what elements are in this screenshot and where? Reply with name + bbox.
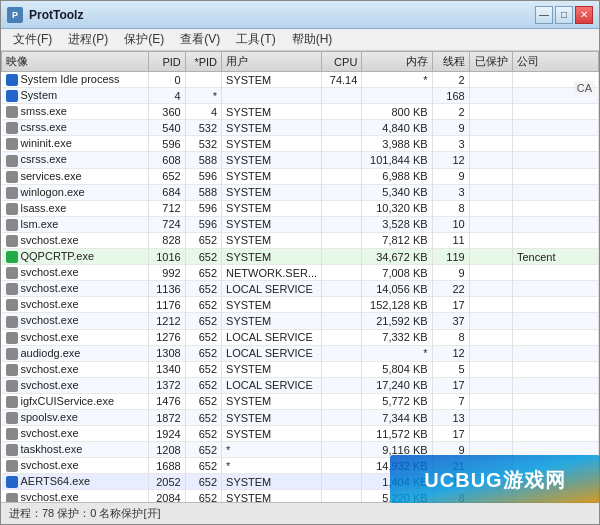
process-memory: 17,240 KB bbox=[362, 377, 432, 393]
process-protected bbox=[469, 136, 512, 152]
process-icon-box bbox=[6, 348, 18, 360]
process-name: System Idle process bbox=[2, 72, 149, 88]
process-company bbox=[513, 297, 599, 313]
table-row[interactable]: lsass.exe712596SYSTEM10,320 KB8 bbox=[2, 200, 599, 216]
process-threads: 9 bbox=[432, 442, 469, 458]
table-row[interactable]: svchost.exe1136652LOCAL SERVICE14,056 KB… bbox=[2, 281, 599, 297]
col-header-name[interactable]: 映像 bbox=[2, 52, 149, 72]
table-row[interactable]: QQPCRTP.exe1016652SYSTEM34,672 KB119Tenc… bbox=[2, 249, 599, 265]
process-company bbox=[513, 490, 599, 502]
table-row[interactable]: svchost.exe992652NETWORK.SER...7,008 KB9 bbox=[2, 265, 599, 281]
process-ppid: 596 bbox=[185, 216, 221, 232]
table-row[interactable]: svchost.exe1924652SYSTEM11,572 KB17 bbox=[2, 426, 599, 442]
process-threads: 12 bbox=[432, 345, 469, 361]
process-pid: 1372 bbox=[149, 377, 185, 393]
process-memory: 5,804 KB bbox=[362, 361, 432, 377]
process-icon-box bbox=[6, 122, 18, 134]
table-row[interactable]: svchost.exe1372652LOCAL SERVICE17,240 KB… bbox=[2, 377, 599, 393]
process-pid: 712 bbox=[149, 200, 185, 216]
process-cpu bbox=[322, 184, 362, 200]
col-header-user[interactable]: 用户 bbox=[222, 52, 322, 72]
process-name: svchost.exe bbox=[2, 329, 149, 345]
col-header-ppid[interactable]: *PID bbox=[185, 52, 221, 72]
process-threads: 10 bbox=[432, 216, 469, 232]
table-row[interactable]: svchost.exe1212652SYSTEM21,592 KB37 bbox=[2, 313, 599, 329]
process-pid: 360 bbox=[149, 104, 185, 120]
process-ppid bbox=[185, 72, 221, 88]
process-protected bbox=[469, 265, 512, 281]
table-row[interactable]: AERTS64.exe2052652SYSTEM1,404 KB16 bbox=[2, 474, 599, 490]
process-company bbox=[513, 120, 599, 136]
table-row[interactable]: svchost.exe828652SYSTEM7,812 KB11 bbox=[2, 232, 599, 248]
menu-file[interactable]: 文件(F) bbox=[5, 29, 60, 50]
menu-view[interactable]: 查看(V) bbox=[172, 29, 228, 50]
close-button[interactable]: ✕ bbox=[575, 6, 593, 24]
process-memory: 7,008 KB bbox=[362, 265, 432, 281]
table-row[interactable]: wininit.exe596532SYSTEM3,988 KB3 bbox=[2, 136, 599, 152]
minimize-button[interactable]: — bbox=[535, 6, 553, 24]
table-row[interactable]: svchost.exe2084652SYSTEM5,220 KB8 bbox=[2, 490, 599, 502]
process-user: LOCAL SERVICE bbox=[222, 345, 322, 361]
table-row[interactable]: csrss.exe608588SYSTEM101,844 KB12 bbox=[2, 152, 599, 168]
table-row[interactable]: System4*168 bbox=[2, 88, 599, 104]
process-cpu: 74.14 bbox=[322, 72, 362, 88]
table-row[interactable]: svchost.exe1688652*14,932 KB21 bbox=[2, 458, 599, 474]
col-header-pid[interactable]: PID bbox=[149, 52, 185, 72]
process-pid: 1176 bbox=[149, 297, 185, 313]
process-ppid: 652 bbox=[185, 313, 221, 329]
process-threads: 168 bbox=[432, 88, 469, 104]
process-protected bbox=[469, 216, 512, 232]
menu-help[interactable]: 帮助(H) bbox=[284, 29, 341, 50]
col-header-protected[interactable]: 已保护 bbox=[469, 52, 512, 72]
process-list: System Idle process0SYSTEM74.14*2System4… bbox=[2, 72, 599, 503]
table-row[interactable]: System Idle process0SYSTEM74.14*2 bbox=[2, 72, 599, 88]
col-header-cpu[interactable]: CPU bbox=[322, 52, 362, 72]
menu-tools[interactable]: 工具(T) bbox=[228, 29, 283, 50]
title-bar: P ProtToolz — □ ✕ bbox=[1, 1, 599, 29]
process-name: svchost.exe bbox=[2, 313, 149, 329]
process-company bbox=[513, 409, 599, 425]
table-row[interactable]: svchost.exe1340652SYSTEM5,804 KB5 bbox=[2, 361, 599, 377]
col-header-company[interactable]: 公司 bbox=[513, 52, 599, 72]
process-cpu bbox=[322, 104, 362, 120]
process-pid: 2052 bbox=[149, 474, 185, 490]
window-title: ProtToolz bbox=[29, 8, 535, 22]
table-row[interactable]: services.exe652596SYSTEM6,988 KB9 bbox=[2, 168, 599, 184]
process-cpu bbox=[322, 442, 362, 458]
table-row[interactable]: csrss.exe540532SYSTEM4,840 KB9 bbox=[2, 120, 599, 136]
menu-process[interactable]: 进程(P) bbox=[60, 29, 116, 50]
process-cpu bbox=[322, 329, 362, 345]
table-row[interactable]: lsm.exe724596SYSTEM3,528 KB10 bbox=[2, 216, 599, 232]
table-row[interactable]: svchost.exe1276652LOCAL SERVICE7,332 KB8 bbox=[2, 329, 599, 345]
process-user: * bbox=[222, 442, 322, 458]
col-header-threads[interactable]: 线程 bbox=[432, 52, 469, 72]
process-cpu bbox=[322, 88, 362, 104]
process-company bbox=[513, 426, 599, 442]
process-user bbox=[222, 88, 322, 104]
process-table-container[interactable]: 映像 PID *PID 用户 CPU 内存 线程 已保护 公司 System I… bbox=[1, 51, 599, 502]
process-ppid: 588 bbox=[185, 152, 221, 168]
process-company bbox=[513, 104, 599, 120]
table-row[interactable]: audiodg.exe1308652LOCAL SERVICE*12 bbox=[2, 345, 599, 361]
table-row[interactable]: taskhost.exe1208652*9,116 KB9 bbox=[2, 442, 599, 458]
maximize-button[interactable]: □ bbox=[555, 6, 573, 24]
table-row[interactable]: smss.exe3604SYSTEM800 KB2 bbox=[2, 104, 599, 120]
table-row[interactable]: igfxCUIService.exe1476652SYSTEM5,772 KB7 bbox=[2, 393, 599, 409]
process-ppid: 532 bbox=[185, 136, 221, 152]
table-row[interactable]: svchost.exe1176652SYSTEM152,128 KB17 bbox=[2, 297, 599, 313]
menu-protect[interactable]: 保护(E) bbox=[116, 29, 172, 50]
process-cpu bbox=[322, 281, 362, 297]
process-user: SYSTEM bbox=[222, 249, 322, 265]
process-protected bbox=[469, 72, 512, 88]
process-pid: 4 bbox=[149, 88, 185, 104]
process-name: spoolsv.exe bbox=[2, 409, 149, 425]
table-row[interactable]: winlogon.exe684588SYSTEM5,340 KB3 bbox=[2, 184, 599, 200]
process-cpu bbox=[322, 136, 362, 152]
col-header-memory[interactable]: 内存 bbox=[362, 52, 432, 72]
process-protected bbox=[469, 329, 512, 345]
process-protected bbox=[469, 184, 512, 200]
process-memory: 101,844 KB bbox=[362, 152, 432, 168]
table-row[interactable]: spoolsv.exe1872652SYSTEM7,344 KB13 bbox=[2, 409, 599, 425]
process-name: winlogon.exe bbox=[2, 184, 149, 200]
process-icon-box bbox=[6, 299, 18, 311]
